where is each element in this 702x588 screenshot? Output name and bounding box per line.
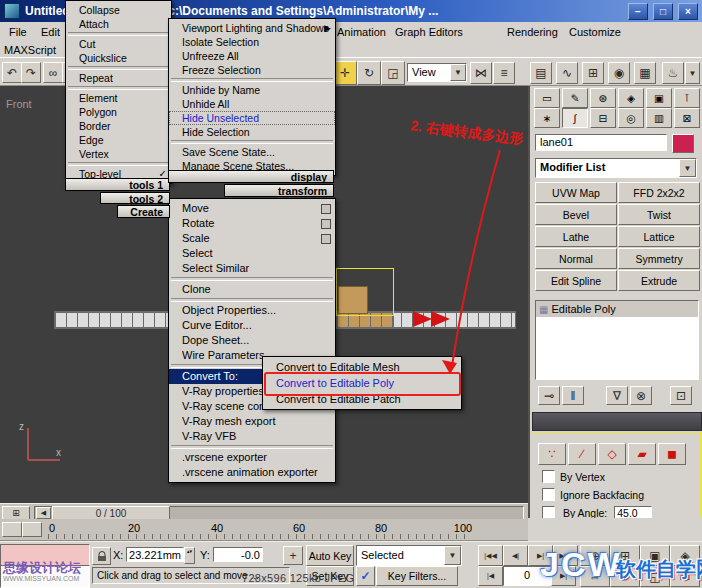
tee-icon[interactable]: ⊺	[674, 88, 700, 108]
menu-rendering[interactable]: Rendering	[502, 24, 563, 40]
settings-icon[interactable]	[321, 219, 331, 229]
ignore-backfacing-checkbox[interactable]: Ignore Backfacing	[542, 488, 644, 501]
close-button[interactable]: ×	[678, 3, 698, 20]
maximize-button[interactable]: □	[653, 3, 673, 20]
menu-item-unhide-all[interactable]: Unhide All	[169, 97, 335, 111]
show-end-result-icon[interactable]: ‖	[562, 386, 584, 405]
rectangle-icon[interactable]: ▭	[534, 88, 560, 108]
square-icon[interactable]: ▣	[646, 88, 672, 108]
mini-curve-editor-button[interactable]: ⊞	[2, 506, 30, 520]
time-slider-handle[interactable]: 0 / 100	[52, 506, 170, 520]
select-and-move-icon[interactable]: ✛	[333, 61, 357, 85]
auto-key-button[interactable]: Auto Key	[306, 545, 354, 566]
menu-item-object-properties[interactable]: Object Properties...	[169, 303, 335, 318]
vertex-mode-icon[interactable]: ∵	[538, 443, 566, 465]
menu-item-convert-editable-poly[interactable]: Convert to Editable Poly	[263, 375, 461, 391]
make-unique-icon[interactable]: ∇	[606, 386, 628, 405]
layer-manager-icon[interactable]: ▤	[530, 62, 552, 84]
quad-label-tools2[interactable]: tools 2	[100, 192, 170, 204]
undo-icon[interactable]: ↶	[2, 62, 22, 83]
menu-item-polygon[interactable]: Polygon	[66, 105, 171, 119]
track-bar[interactable]: 0 20 40 60 80 100	[0, 519, 528, 541]
minimize-button[interactable]: −	[628, 3, 648, 20]
plane-object-grid[interactable]	[54, 311, 170, 329]
curve-editor-icon[interactable]: ∿	[556, 62, 578, 84]
menu-item-select-similar[interactable]: Select Similar	[169, 261, 335, 276]
edge-mode-icon[interactable]: ∕	[568, 443, 596, 465]
menu-file[interactable]: File	[4, 24, 32, 40]
menu-item-element[interactable]: Element	[66, 91, 171, 105]
menu-item-quickslice[interactable]: Quickslice	[66, 51, 171, 65]
track-left-button[interactable]	[22, 522, 42, 537]
modifier-stack[interactable]: ▦ Editable Poly	[535, 300, 699, 380]
y-coordinate-field[interactable]: -0.0	[213, 547, 263, 562]
menu-animation[interactable]: Animation	[332, 24, 391, 40]
border-mode-icon[interactable]: ◇	[598, 443, 626, 465]
select-and-link-icon[interactable]: ∞	[43, 62, 63, 83]
key-filters-button[interactable]: Key Filters...	[376, 566, 458, 586]
chevron-down-icon[interactable]: ▼	[685, 62, 700, 84]
selection-rollout-header[interactable]	[532, 412, 702, 431]
previous-frame-arrow-icon[interactable]: ◀	[36, 507, 51, 519]
stack-item-editable-poly[interactable]: ▦ Editable Poly	[536, 301, 698, 317]
menu-item-unfreeze-all[interactable]: Unfreeze All	[169, 49, 335, 63]
twist-button[interactable]: Twist	[618, 204, 700, 225]
menu-item-vertex[interactable]: Vertex	[66, 147, 171, 161]
menu-item-viewport-lighting[interactable]: Viewport Lighting and Shadows▶	[169, 21, 335, 35]
menu-item-vray-vfb[interactable]: V-Ray VFB	[169, 429, 335, 444]
key-filter-check-icon[interactable]: ✓	[356, 566, 375, 586]
mirror-icon[interactable]: ⋈	[470, 62, 492, 84]
bevel-button[interactable]: Bevel	[535, 204, 617, 225]
lattice-button[interactable]: Lattice	[618, 226, 700, 247]
object-color-swatch[interactable]	[672, 134, 694, 153]
menu-item-unhide-by-name[interactable]: Unhide by Name	[169, 83, 335, 97]
extrude-button[interactable]: Extrude	[618, 270, 700, 291]
menu-edit[interactable]: Edit	[36, 24, 65, 40]
render-setup-icon[interactable]: ▦	[634, 62, 656, 84]
object-name-field[interactable]: lane01	[535, 134, 667, 151]
settings-icon[interactable]	[321, 234, 331, 244]
menu-item-move[interactable]: Move	[169, 201, 335, 216]
selection-set-dropdown[interactable]: Selected ▼	[356, 545, 462, 566]
menu-item-cut[interactable]: Cut	[66, 37, 171, 51]
edit-spline-button[interactable]: Edit Spline	[535, 270, 617, 291]
extruded-block[interactable]	[338, 286, 368, 314]
utilities-tab-icon[interactable]: ⊠	[674, 108, 700, 128]
motion-tab-icon[interactable]: ◎	[618, 108, 644, 128]
chevron-down-icon[interactable]: ▼	[679, 159, 696, 177]
menu-item-isolate-selection[interactable]: Isolate Selection	[169, 35, 335, 49]
settings-icon[interactable]	[321, 204, 331, 214]
display-tab-icon[interactable]: ▥	[646, 108, 672, 128]
quad-label-transform[interactable]: transform	[224, 184, 334, 197]
menu-item-vrscene-animation-exporter[interactable]: .vrscene animation exporter	[169, 465, 335, 480]
spinner-down-icon[interactable]: ▾	[190, 548, 193, 554]
configure-modifier-sets-icon[interactable]: ⊡	[670, 386, 692, 405]
create-tab-icon[interactable]: ∗	[534, 108, 560, 128]
quad-label-tools1[interactable]: tools 1	[65, 178, 170, 191]
reference-coordinate-dropdown[interactable]: View ▼	[407, 63, 467, 82]
menu-item-repeat[interactable]: Repeat	[66, 71, 171, 85]
polygon-mode-icon[interactable]: ▰	[628, 443, 656, 465]
menu-item-select[interactable]: Select	[169, 246, 335, 261]
checkbox-icon[interactable]	[542, 470, 555, 483]
pencil-icon[interactable]: ✎	[562, 88, 588, 108]
x-coordinate-field[interactable]: 23.221mm	[126, 547, 184, 562]
menu-item-convert-editable-mesh[interactable]: Convert to Editable Mesh	[263, 359, 461, 375]
pin-stack-icon[interactable]: ⊸	[538, 386, 560, 405]
schematic-view-icon[interactable]: ⊞	[582, 62, 604, 84]
menu-item-border[interactable]: Border	[66, 119, 171, 133]
chevron-down-icon[interactable]: ▼	[450, 64, 466, 81]
ffd-2x2x2-button[interactable]: FFD 2x2x2	[618, 182, 700, 203]
asterisk-icon[interactable]: ⊛	[590, 88, 616, 108]
menu-item-attach[interactable]: Attach	[66, 17, 171, 31]
hierarchy-tab-icon[interactable]: ⊟	[590, 108, 616, 128]
align-icon[interactable]: ≡	[493, 62, 515, 84]
menu-maxscript[interactable]: MAXScript	[4, 44, 56, 56]
menu-item-vrscene-exporter[interactable]: .vrscene exporter	[169, 450, 335, 465]
menu-item-freeze-selection[interactable]: Freeze Selection	[169, 63, 335, 77]
checkbox-icon[interactable]	[542, 488, 555, 501]
menu-item-curve-editor[interactable]: Curve Editor...	[169, 318, 335, 333]
quad-label-display[interactable]: display	[168, 170, 334, 183]
lathe-button[interactable]: Lathe	[535, 226, 617, 247]
modify-tab-icon[interactable]: ∫	[562, 108, 588, 128]
